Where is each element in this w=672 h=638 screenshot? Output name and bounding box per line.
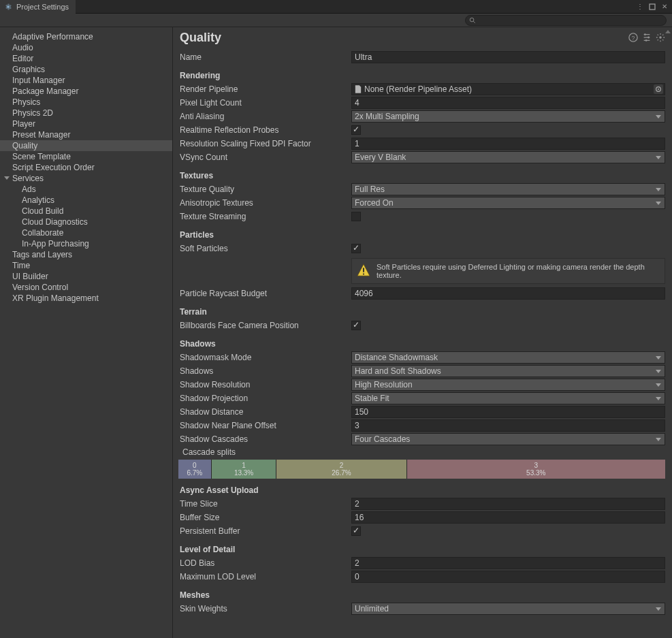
- sidebar-item-player[interactable]: Player: [0, 118, 172, 129]
- close-icon[interactable]: ✕: [660, 2, 669, 12]
- sidebar-item-adaptive-performance[interactable]: Adaptive Performance: [0, 31, 172, 42]
- cascade-segment-2[interactable]: 226.7%: [276, 460, 406, 479]
- res-scaling-label: Resolution Scaling Fixed DPI Factor: [178, 139, 349, 148]
- terrain-heading: Terrain: [178, 307, 665, 317]
- sidebar-item-label: Ads: [22, 185, 36, 194]
- cascade-segment-1[interactable]: 113.3%: [212, 460, 277, 479]
- svg-text:?: ?: [632, 35, 635, 42]
- skin-weights-dropdown[interactable]: Unlimited: [351, 603, 665, 615]
- cascade-splits[interactable]: 06.7%113.3%226.7%353.3%: [178, 460, 665, 479]
- sidebar-item-in-app-purchasing[interactable]: In-App Purchasing: [0, 238, 172, 249]
- maximize-icon[interactable]: [647, 2, 657, 12]
- shadow-projection-dropdown[interactable]: Stable Fit: [351, 392, 665, 404]
- sidebar-item-label: Preset Manager: [12, 130, 70, 140]
- sidebar-item-graphics[interactable]: Graphics: [0, 64, 172, 75]
- shadowmask-label: Shadowmask Mode: [178, 353, 349, 362]
- lod-bias-input[interactable]: [351, 557, 665, 569]
- texture-quality-label: Texture Quality: [178, 185, 349, 194]
- shadowmask-dropdown[interactable]: Distance Shadowmask: [351, 351, 665, 364]
- aniso-label: Anisotropic Textures: [178, 198, 349, 208]
- shadow-near-input[interactable]: [351, 419, 665, 432]
- svg-point-12: [659, 36, 662, 39]
- svg-point-9: [644, 33, 646, 35]
- sidebar-item-label: Editor: [12, 54, 33, 63]
- persistent-buffer-checkbox[interactable]: [351, 526, 361, 536]
- sidebar-item-physics-2d[interactable]: Physics 2D: [0, 108, 172, 118]
- shadows-heading: Shadows: [178, 339, 665, 349]
- texture-streaming-checkbox[interactable]: [351, 212, 361, 221]
- aniso-dropdown[interactable]: Forced On: [351, 197, 665, 209]
- sidebar-item-time[interactable]: Time: [0, 260, 172, 271]
- vsync-label: VSync Count: [178, 153, 349, 162]
- render-pipeline-field[interactable]: None (Render Pipeline Asset): [351, 83, 665, 95]
- anti-aliasing-label: Anti Aliasing: [178, 112, 349, 121]
- cascade-segment-0[interactable]: 06.7%: [178, 460, 212, 479]
- sidebar-item-services[interactable]: Services: [0, 173, 172, 184]
- sidebar-item-cloud-build[interactable]: Cloud Build: [0, 206, 172, 217]
- scroll-to-top-icon[interactable]: [665, 30, 671, 33]
- sidebar-item-quality[interactable]: Quality: [0, 140, 172, 151]
- particle-raycast-label: Particle Raycast Budget: [178, 289, 349, 298]
- sidebar-item-physics[interactable]: Physics: [0, 97, 172, 108]
- kebab-icon[interactable]: ⋮: [635, 2, 645, 12]
- vsync-dropdown[interactable]: Every V Blank: [351, 151, 665, 163]
- window-title: Project Settings: [16, 3, 69, 11]
- sidebar-item-package-manager[interactable]: Package Manager: [0, 86, 172, 97]
- window-tab[interactable]: Project Settings: [0, 0, 76, 14]
- buffer-size-label: Buffer Size: [178, 513, 349, 522]
- warning-icon: [356, 263, 371, 278]
- time-slice-input[interactable]: [351, 498, 665, 510]
- shadow-resolution-dropdown[interactable]: High Resolution: [351, 379, 665, 391]
- sidebar-item-ads[interactable]: Ads: [0, 184, 172, 195]
- sidebar-item-editor[interactable]: Editor: [0, 53, 172, 64]
- sidebar-item-label: Player: [12, 119, 35, 129]
- sidebar-item-label: XR Plugin Management: [12, 293, 99, 303]
- sidebar-item-version-control[interactable]: Version Control: [0, 282, 172, 293]
- sidebar-item-xr-plugin-management[interactable]: XR Plugin Management: [0, 293, 172, 304]
- billboards-checkbox[interactable]: [351, 321, 361, 330]
- sidebar-item-input-manager[interactable]: Input Manager: [0, 75, 172, 86]
- object-picker-icon[interactable]: [654, 84, 663, 94]
- sidebar-item-ui-builder[interactable]: UI Builder: [0, 271, 172, 282]
- shadow-distance-input[interactable]: [351, 406, 665, 418]
- res-scaling-input[interactable]: [351, 138, 665, 150]
- sidebar-item-tags-and-layers[interactable]: Tags and Layers: [0, 249, 172, 260]
- sidebar-item-label: Tags and Layers: [12, 250, 72, 259]
- shadow-cascades-dropdown[interactable]: Four Cascades: [351, 433, 665, 445]
- help-icon[interactable]: ?: [628, 33, 638, 42]
- sidebar-item-label: Scene Template: [12, 152, 71, 161]
- sidebar-item-cloud-diagnostics[interactable]: Cloud Diagnostics: [0, 217, 172, 227]
- max-lod-input[interactable]: [351, 571, 665, 583]
- sidebar-item-label: Version Control: [12, 283, 68, 292]
- pixel-light-count-input[interactable]: [351, 97, 665, 109]
- soft-particles-label: Soft Particles: [178, 244, 349, 253]
- sidebar-item-label: Package Manager: [12, 86, 78, 96]
- texture-quality-dropdown[interactable]: Full Res: [351, 183, 665, 195]
- sidebar-item-collaborate[interactable]: Collaborate: [0, 227, 172, 238]
- name-label: Name: [178, 52, 349, 62]
- sidebar-item-script-execution-order[interactable]: Script Execution Order: [0, 162, 172, 173]
- sidebar-item-preset-manager[interactable]: Preset Manager: [0, 129, 172, 140]
- buffer-size-input[interactable]: [351, 511, 665, 524]
- shadow-distance-label: Shadow Distance: [178, 407, 349, 417]
- sliders-icon[interactable]: [642, 33, 652, 42]
- name-input[interactable]: [351, 51, 665, 63]
- cascade-segment-3[interactable]: 353.3%: [407, 460, 666, 479]
- gear-icon[interactable]: [656, 33, 665, 42]
- shadows-dropdown[interactable]: Hard and Soft Shadows: [351, 365, 665, 377]
- content: Quality ? Name Rendering Render Pipeline…: [173, 27, 672, 638]
- sidebar-item-analytics[interactable]: Analytics: [0, 195, 172, 206]
- sidebar-item-label: Time: [12, 261, 30, 270]
- realtime-reflection-checkbox[interactable]: [351, 125, 361, 135]
- sidebar-item-scene-template[interactable]: Scene Template: [0, 151, 172, 162]
- sidebar-item-label: Physics: [12, 97, 40, 107]
- sidebar-item-audio[interactable]: Audio: [0, 42, 172, 53]
- search-input[interactable]: [465, 15, 667, 26]
- anti-aliasing-dropdown[interactable]: 2x Multi Sampling: [351, 110, 665, 123]
- settings-icon: [4, 3, 12, 11]
- particle-raycast-input[interactable]: [351, 287, 665, 300]
- svg-point-11: [645, 39, 647, 42]
- max-lod-label: Maximum LOD Level: [178, 572, 349, 581]
- svg-line-3: [473, 21, 475, 23]
- soft-particles-checkbox[interactable]: [351, 244, 361, 253]
